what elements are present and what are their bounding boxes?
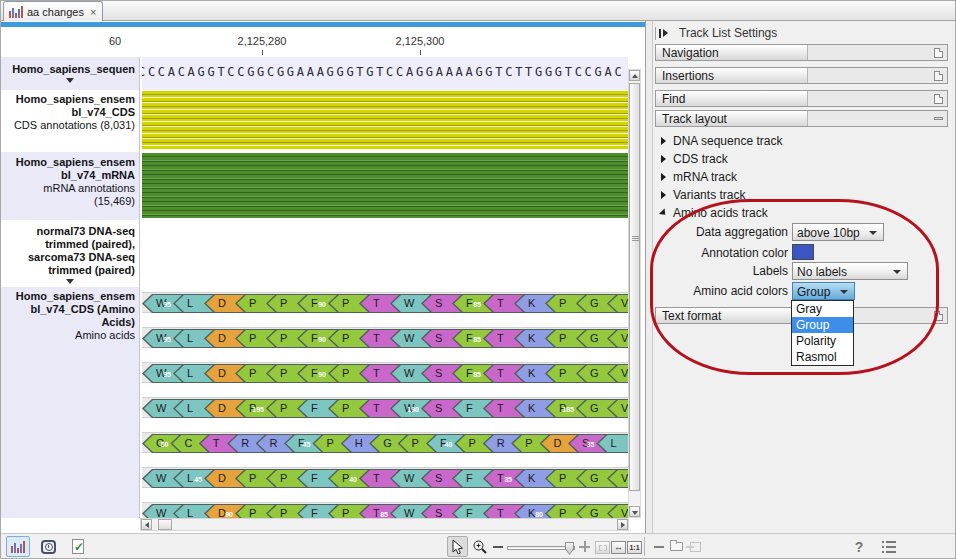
reads-track-content (142, 220, 628, 286)
amino-acid-letter: K (528, 367, 535, 379)
track-name: Homo_sapiens_sequen (0, 63, 139, 76)
amino-acid-letter: W (404, 367, 414, 379)
section-insertions[interactable]: Insertions (655, 67, 948, 84)
triangle-collapsed-icon[interactable] (661, 137, 666, 145)
annotation-color-swatch[interactable] (792, 244, 814, 260)
layout-item-mrna-track[interactable]: mRNA track (661, 169, 737, 184)
amino-acid-letter: P (525, 437, 532, 449)
track-subtitle: Amino acids (0, 329, 139, 342)
fit-width-button[interactable]: ↔ (611, 541, 626, 554)
dropdown-option-group[interactable]: Group (792, 317, 853, 333)
scroll-left-button[interactable] (141, 519, 152, 530)
amino-acid-number: 90 (318, 336, 326, 343)
vertical-scrollbar[interactable] (628, 69, 641, 518)
help-button[interactable]: ? (853, 536, 865, 557)
amino-acid-letter: L (187, 367, 193, 379)
amino-acid-letter: T (373, 297, 380, 309)
amino-acid-colors-select[interactable]: Group (792, 282, 855, 300)
history-icon (41, 540, 56, 554)
track-subtitle: CDS annotations (8,031) (0, 119, 139, 132)
scroll-down-button[interactable] (629, 506, 640, 517)
amino-acid-number: 45 (194, 476, 202, 483)
labels-select[interactable]: No labels (792, 262, 908, 280)
ruler-label: 2,125,280 (238, 35, 287, 47)
amino-acid-row: W95LDPPF90PTWSF85TKPGV80 (142, 292, 628, 313)
detach-section-icon[interactable] (934, 311, 943, 321)
detach-section-icon[interactable] (934, 71, 943, 81)
amino-acid-letter: P (249, 507, 256, 518)
track-label-amino-acids[interactable]: Homo_sapiens_ensem bl_v74_CDS (Amino Aci… (0, 287, 140, 518)
dropdown-option-polarity[interactable]: Polarity (792, 333, 853, 349)
section-track-layout[interactable]: Track layout (655, 110, 948, 127)
layout-item-amino-acids-track[interactable]: Amino acids track (661, 205, 768, 220)
amino-acid-letter: W (404, 297, 414, 309)
zoom-out-button[interactable] (492, 536, 504, 557)
zoom-tool-button[interactable] (469, 536, 490, 557)
panel-divider[interactable] (645, 21, 653, 533)
amino-acid-number: 185 (562, 406, 574, 413)
dock-panel-button[interactable] (668, 536, 684, 557)
amino-acid-letter: S (435, 507, 442, 518)
section-label: Insertions (656, 68, 808, 83)
zoom-slider-thumb[interactable] (565, 542, 574, 555)
amino-acid-letter: F (466, 332, 473, 344)
layout-item-dna-sequence-track[interactable]: DNA sequence track (661, 133, 782, 148)
layout-item-variants-track[interactable]: Variants track (661, 187, 745, 202)
section-navigation[interactable]: Navigation (655, 44, 948, 61)
fit-selection-button[interactable] (595, 541, 610, 554)
detach-section-icon[interactable] (934, 94, 943, 104)
amino-acid-letter: V (621, 507, 628, 518)
horizontal-scrollbar[interactable] (140, 518, 629, 531)
amino-acid-letter: P (280, 472, 287, 484)
selection-tool-button[interactable] (447, 536, 468, 557)
amino-acid-letter: S (435, 367, 442, 379)
triangle-collapsed-icon[interactable] (661, 173, 666, 181)
move-to-panel-button[interactable] (687, 536, 703, 557)
side-panel-settings-button[interactable] (882, 536, 900, 557)
element-info-button[interactable] (66, 536, 90, 557)
minimize-panel-button[interactable] (652, 536, 665, 557)
amino-acid-letter: F (311, 402, 318, 414)
layout-item-label: DNA sequence track (673, 134, 782, 148)
dropdown-option-rasmol[interactable]: Rasmol (792, 349, 853, 365)
triangle-collapsed-icon[interactable] (661, 191, 666, 199)
track-list-view-button[interactable] (6, 536, 30, 557)
history-view-button[interactable] (36, 536, 60, 557)
section-find[interactable]: Find (655, 90, 948, 107)
amino-acid-letter: P (468, 437, 475, 449)
track-label-sequence[interactable]: Homo_sapiens_sequen (0, 57, 140, 90)
zoom-in-button[interactable] (577, 536, 591, 557)
amino-acid-letter: K (528, 332, 535, 344)
triangle-collapsed-icon[interactable] (661, 155, 666, 163)
track-label-mrna[interactable]: Homo_sapiens_ensem bl_v74_mRNA mRNA anno… (0, 152, 140, 220)
dropdown-option-gray[interactable]: Gray (792, 301, 853, 317)
amino-acid-number: 85 (473, 371, 481, 378)
scroll-right-button[interactable] (617, 519, 628, 530)
expander-icon[interactable] (66, 279, 74, 284)
minus-icon (654, 546, 664, 548)
tab-aa-changes[interactable]: aa changes × (3, 1, 103, 21)
triangle-expanded-icon[interactable] (659, 208, 668, 217)
horizontal-scroll-thumb[interactable] (158, 519, 172, 530)
selected-value: No labels (797, 265, 847, 279)
vertical-scroll-thumb[interactable] (629, 83, 640, 491)
zoom-slider[interactable] (507, 546, 575, 550)
close-icon[interactable]: × (90, 6, 96, 18)
track-list-icon (9, 6, 23, 18)
track-label-reads[interactable]: normal73 DNA-seq trimmed (paired), sarco… (0, 220, 140, 287)
amino-acid-number: 40 (349, 476, 357, 483)
expander-icon[interactable] (66, 78, 74, 83)
layout-item-cds-track[interactable]: CDS track (661, 151, 728, 166)
panel-header: Track List Settings (655, 24, 777, 42)
collapse-panel-icon[interactable] (655, 27, 671, 40)
zoom-100-button[interactable]: 1:1 (627, 541, 642, 554)
amino-acid-number: 45 (303, 441, 311, 448)
collapse-section-icon[interactable] (934, 117, 943, 120)
amino-acid-letter: G (590, 472, 599, 484)
track-label-cds[interactable]: Homo_sapiens_ensem bl_v74_CDS CDS annota… (0, 90, 140, 152)
amino-acid-letter: F (311, 472, 318, 484)
section-label: Text format (656, 308, 808, 323)
data-aggregation-select[interactable]: above 10bp (792, 223, 884, 241)
scroll-up-button[interactable] (629, 70, 640, 81)
detach-section-icon[interactable] (934, 48, 943, 58)
